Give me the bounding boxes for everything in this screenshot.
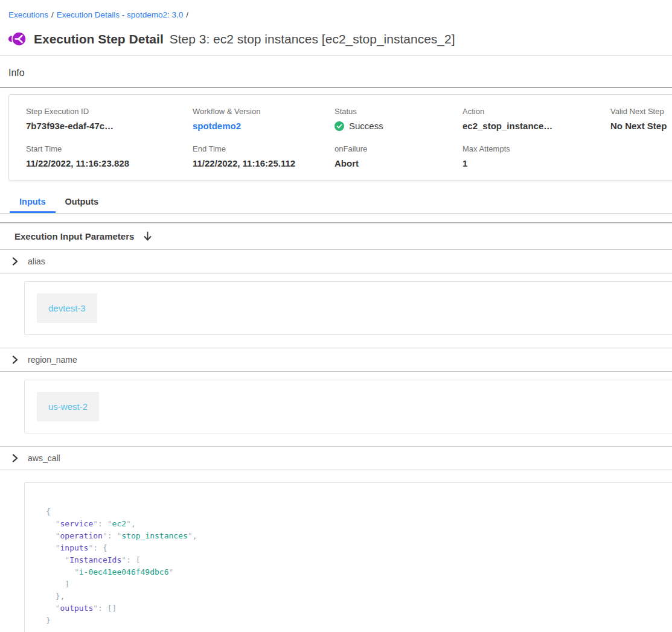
alias-value-chip: devtest-3 <box>37 293 97 323</box>
field-end-time: End Time 11/22/2022, 11:16:25.112 <box>193 144 334 168</box>
chevron-right-icon <box>12 356 18 364</box>
breadcrumb-separator: / <box>186 10 188 19</box>
field-action: Action ec2_stop_instance… <box>462 107 610 131</box>
max-attempts-value: 1 <box>462 158 610 168</box>
start-time-value: 11/22/2022, 11:16:23.828 <box>26 158 193 168</box>
workflow-link[interactable]: spotdemo2 <box>193 121 241 131</box>
info-section-title: Info <box>8 68 672 78</box>
info-divider <box>0 87 672 88</box>
max-attempts-label: Max Attempts <box>462 144 610 153</box>
field-step-execution-id: Step Execution ID 7b73f93e-edaf-47c… <box>26 107 193 131</box>
tab-bar: Inputs Outputs <box>0 192 672 214</box>
param-label-aws-call: aws_call <box>28 453 60 463</box>
param-label-region-name: region_name <box>28 355 77 365</box>
end-time-value: 11/22/2022, 11:16:25.112 <box>193 158 334 168</box>
region-name-value-chip: us-west-2 <box>37 392 99 421</box>
chevron-right-icon <box>12 454 18 462</box>
tab-outputs[interactable]: Outputs <box>56 192 109 213</box>
alias-content-box: devtest-3 <box>24 281 672 335</box>
arrow-down-icon[interactable] <box>143 231 152 241</box>
start-time-label: Start Time <box>26 144 193 153</box>
step-execution-id-label: Step Execution ID <box>26 107 193 116</box>
execution-input-parameters-title: Execution Input Parameters <box>14 231 134 241</box>
param-label-alias: alias <box>28 257 45 266</box>
title-divider <box>0 55 672 56</box>
param-header-region-name[interactable]: region_name <box>0 348 672 372</box>
breadcrumb: Executions/Execution Details - spotdemo2… <box>0 0 672 19</box>
step-execution-id-value: 7b73f93e-edaf-47c… <box>26 121 193 131</box>
field-status: Status Success <box>334 107 462 131</box>
action-value: ec2_stop_instance… <box>462 121 610 131</box>
field-workflow-version: Workflow & Version spotdemo2 <box>193 107 334 131</box>
valid-next-step-label: Valid Next Step <box>610 107 672 116</box>
param-header-aws-call[interactable]: aws_call <box>0 446 672 470</box>
field-onfailure: onFailure Abort <box>334 144 462 168</box>
param-header-alias[interactable]: alias <box>0 249 672 273</box>
breadcrumb-separator: / <box>51 10 54 19</box>
end-time-label: End Time <box>193 144 334 153</box>
info-card: Step Execution ID 7b73f93e-edaf-47c… Wor… <box>8 94 672 181</box>
field-valid-next-step: Valid Next Step No Next Step <box>610 107 672 131</box>
field-start-time: Start Time 11/22/2022, 11:16:23.828 <box>26 144 193 168</box>
workflow-branch-icon <box>8 31 27 47</box>
page-subtitle: Step 3: ec2 stop instances [ec2_stop_ins… <box>170 32 455 46</box>
breadcrumb-link-execution-details[interactable]: Execution Details - spotdemo2: 3.0 <box>57 10 183 19</box>
onfailure-value: Abort <box>334 158 462 168</box>
aws-call-code: { "service": "ec2", "operation": "stop_i… <box>46 506 672 627</box>
workflow-version-label: Workflow & Version <box>193 107 334 116</box>
success-check-icon <box>334 121 344 131</box>
valid-next-step-value: No Next Step <box>610 121 672 131</box>
status-label: Status <box>334 107 462 116</box>
aws-call-content-box: { "service": "ec2", "operation": "stop_i… <box>24 482 672 632</box>
breadcrumb-link-executions[interactable]: Executions <box>8 10 48 19</box>
page-title: Execution Step Detail <box>34 32 164 46</box>
chevron-right-icon <box>12 257 18 266</box>
onfailure-label: onFailure <box>334 144 462 153</box>
action-label: Action <box>462 107 610 116</box>
tab-inputs[interactable]: Inputs <box>10 192 56 213</box>
execution-input-parameters-header: Execution Input Parameters <box>0 222 672 249</box>
field-max-attempts: Max Attempts 1 <box>462 144 610 168</box>
status-text: Success <box>349 121 383 131</box>
page-header: Execution Step Detail Step 3: ec2 stop i… <box>8 31 672 47</box>
status-badge: Success <box>334 121 462 131</box>
region-name-content-box: us-west-2 <box>24 380 672 433</box>
